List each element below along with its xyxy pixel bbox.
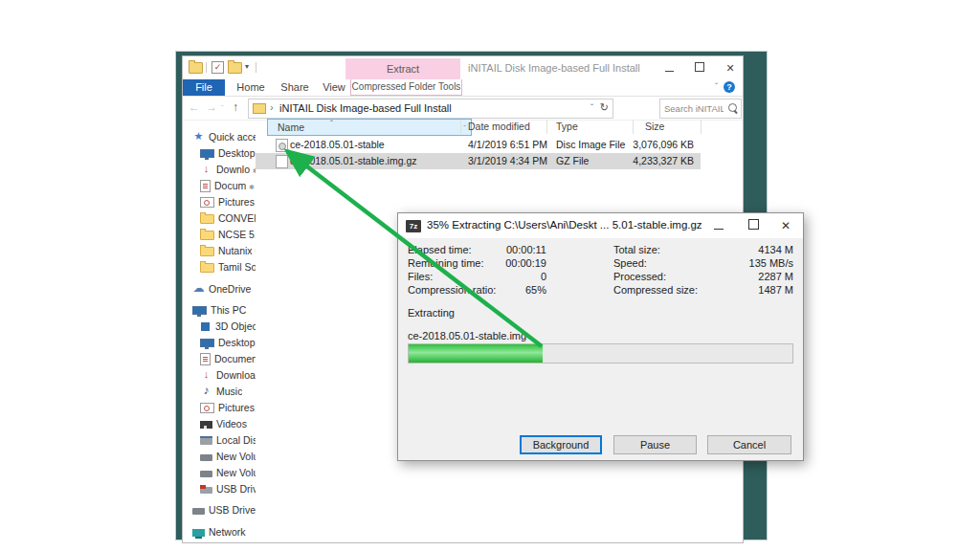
breadcrumb-path[interactable]: iNITAIL Disk Image-based Full Install: [279, 102, 452, 114]
folder-icon: [200, 263, 214, 273]
folder-icon: [253, 103, 266, 114]
back-arrow-icon[interactable]: ←: [189, 100, 200, 114]
quick-access-toolbar: ✓ ▾ Extract iNITAIL Disk Image-based Ful…: [183, 56, 743, 79]
folder-icon: [200, 247, 214, 256]
sidebar-item-downloads-pc[interactable]: Downloads: [183, 366, 256, 383]
column-separator[interactable]: [633, 120, 634, 134]
disk-drive-icon: [200, 471, 212, 477]
address-dropdown-caret-icon[interactable]: ˇ: [590, 102, 593, 112]
column-header-size[interactable]: Size: [645, 121, 664, 132]
maximize-button[interactable]: [691, 59, 708, 77]
search-placeholder: Search iNITAIL D...: [664, 103, 724, 114]
sidebar-item-nutanix[interactable]: Nutanix Ce: [183, 242, 256, 258]
videos-icon: [200, 421, 212, 429]
column-separator[interactable]: [546, 120, 547, 134]
sidebar-item-tamil-song[interactable]: Tamil Song: [183, 258, 256, 275]
forward-arrow-icon[interactable]: →: [206, 100, 217, 114]
sidebar-item-videos[interactable]: Videos: [183, 415, 256, 431]
sidebar-item-new-volume-1[interactable]: New Volun: [183, 448, 256, 464]
cancel-button[interactable]: Cancel: [707, 435, 791, 454]
sidebar-item-ncse[interactable]: NCSE 5.5 N: [183, 226, 256, 242]
dialog-minimize-button[interactable]: [709, 217, 728, 234]
sidebar-item-music[interactable]: Music: [183, 383, 256, 399]
network-icon: [192, 529, 205, 537]
sidebar-item-local-disk[interactable]: Local Disk: [183, 431, 256, 448]
recent-locations-caret-icon[interactable]: ˇ: [221, 103, 224, 112]
sidebar-item-3d-objects[interactable]: 3D Objects: [183, 318, 256, 334]
dialog-maximize-button[interactable]: [744, 217, 763, 234]
minimize-icon: [714, 223, 724, 230]
customize-toolbar-caret-icon[interactable]: ▾: [245, 62, 249, 71]
stat-value: 00:00:11: [484, 244, 546, 255]
file-row-gz-selected[interactable]: ce-2018.05.01-stable.img.gz 3/1/2019 4:3…: [256, 153, 701, 169]
tab-compressed-folder-tools[interactable]: Compressed Folder Tools: [350, 79, 462, 96]
sidebar-item-usb-drive-f[interactable]: USB Drive (: [183, 480, 256, 496]
star-icon: [192, 130, 205, 143]
properties-check-icon[interactable]: ✓: [212, 61, 224, 74]
pause-button[interactable]: Pause: [613, 435, 697, 454]
column-separator[interactable]: [460, 120, 461, 134]
sidebar-item-pictures-pc[interactable]: Pictures: [183, 399, 256, 415]
address-bar[interactable]: › iNITAIL Disk Image-based Full Install …: [248, 99, 613, 119]
search-icon: [728, 103, 737, 112]
column-header-row: ˆ Name ˇ Date modified Type Size: [256, 118, 742, 136]
monitor-icon: [192, 306, 207, 315]
stat-value: 1487 M: [717, 284, 793, 296]
downloads-icon: [200, 368, 212, 381]
filter-caret-icon[interactable]: ˇ: [463, 121, 466, 136]
stat-value: 65%: [484, 284, 546, 296]
status-label: Extracting: [408, 307, 455, 319]
column-header-type[interactable]: Type: [556, 121, 578, 132]
sidebar-item-desktop[interactable]: Desktop: [183, 144, 256, 161]
sidebar-item-usb-drive-g[interactable]: USB Drive (G: [183, 501, 256, 518]
sidebar-item-this-pc[interactable]: This PC: [183, 301, 256, 318]
column-separator[interactable]: [701, 120, 702, 134]
tab-file[interactable]: File: [183, 79, 225, 96]
sidebar-item-new-volume-2[interactable]: New Volun: [183, 464, 256, 480]
monitor-icon: [200, 149, 214, 158]
column-header-date-modified[interactable]: Date modified: [468, 121, 530, 132]
dialog-close-button[interactable]: ✕: [776, 217, 795, 234]
refresh-icon[interactable]: ↻: [600, 101, 609, 114]
cube-icon: [201, 322, 210, 331]
monitor-icon: [200, 339, 214, 347]
stat-value: 0: [484, 271, 546, 282]
current-file-name: ce-2018.05.01-stable.img: [408, 330, 526, 342]
sidebar-item-documents-pc[interactable]: Document: [183, 350, 256, 366]
tab-home[interactable]: Home: [229, 79, 273, 96]
new-folder-icon[interactable]: [228, 62, 242, 74]
stat-label: Compressed size:: [613, 284, 698, 296]
gz-file-icon: [276, 155, 288, 168]
dialog-title: 35% Extracting C:\Users\Ani\Deskt ... 5.…: [427, 219, 702, 231]
contextual-group-extract: Extract: [345, 58, 460, 79]
up-arrow-icon[interactable]: ↑: [233, 100, 238, 114]
disk-drive-icon: [200, 454, 212, 461]
sidebar-item-pictures[interactable]: Pictures: [183, 193, 256, 209]
search-input[interactable]: Search iNITAIL D...: [659, 99, 742, 119]
help-icon[interactable]: ?: [724, 81, 735, 93]
tab-share[interactable]: Share: [275, 79, 315, 96]
stat-value: 4134 M: [717, 244, 793, 255]
column-header-name[interactable]: ˆ Name ˇ: [267, 119, 472, 136]
sidebar-item-network[interactable]: Network: [183, 523, 256, 540]
stat-label: Remaining time:: [408, 257, 483, 269]
file-row-disc-image[interactable]: ce-2018.05.01-stable 4/1/2019 6:51 PM Di…: [256, 137, 701, 153]
sidebar-item-quick-access[interactable]: Quick access: [183, 128, 256, 144]
toolbar-separator: [256, 62, 256, 73]
close-button[interactable]: ✕: [722, 59, 739, 77]
background-button[interactable]: Background: [520, 435, 602, 454]
stat-label: Speed:: [613, 257, 647, 269]
folder-icon[interactable]: [189, 62, 203, 74]
sidebar-item-onedrive[interactable]: OneDrive: [183, 280, 256, 297]
tab-view[interactable]: View: [317, 79, 351, 96]
sidebar-item-downloads[interactable]: Downlo: [183, 161, 256, 177]
ribbon-collapse-chevron-icon[interactable]: ˇ: [715, 81, 718, 91]
documents-icon: [200, 180, 211, 192]
sidebar-item-documents[interactable]: Docum: [183, 177, 256, 193]
usb-drive-icon: [192, 508, 205, 515]
stat-value: 2287 M: [717, 271, 793, 282]
sidebar-item-convert[interactable]: CONVERT I: [183, 209, 256, 226]
sidebar-item-desktop-pc[interactable]: Desktop: [183, 334, 256, 350]
minimize-button[interactable]: [660, 59, 678, 77]
music-note-icon: [200, 385, 212, 397]
